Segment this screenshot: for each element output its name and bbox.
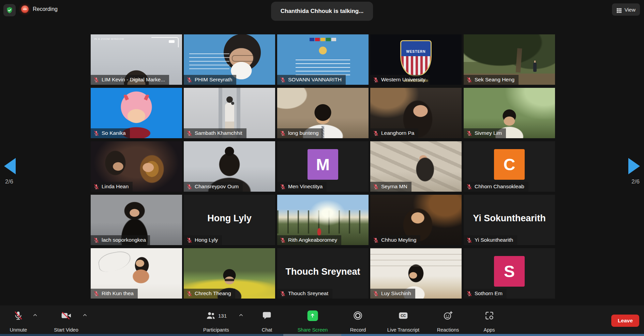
mic-muted-icon (93, 291, 99, 297)
participant-tile[interactable]: Sivmey Lim (464, 88, 555, 138)
participant-name: PHIM Sereyrath (195, 77, 232, 83)
participant-tile[interactable]: SOVANN VANNARITH (277, 34, 369, 85)
unmute-caret-up-icon[interactable] (32, 312, 38, 318)
participant-tile[interactable]: SSothorn Em (464, 248, 555, 299)
mic-muted-icon (373, 237, 379, 243)
mic-muted-icon (373, 130, 379, 136)
unmute-button[interactable]: Unmute (10, 305, 27, 336)
zoom-meeting-window: Recording Chanthida Chhouk is talking...… (0, 0, 644, 336)
active-speaker-banner: Chanthida Chhouk is talking... (271, 2, 373, 21)
participant-tile[interactable]: Sek Seang Heng (464, 34, 555, 85)
participant-tile[interactable]: Leanghorn Pa (370, 88, 462, 138)
participant-name-label: long bunteng (277, 128, 323, 138)
chat-bubble-icon (262, 311, 272, 320)
participant-tile[interactable]: long bunteng (277, 88, 369, 138)
mic-muted-icon (186, 291, 192, 297)
mic-muted-icon (280, 77, 286, 83)
participants-count: 131 (218, 313, 227, 319)
participant-tile[interactable]: MMen Vinectitya (277, 141, 369, 192)
start-video-caret-up-icon[interactable] (82, 312, 88, 318)
mic-muted-icon (13, 310, 24, 321)
participant-tile[interactable]: CChhorn Chansokleab (464, 141, 555, 192)
participant-tile[interactable]: WESTERNWestern University (370, 34, 462, 85)
participant-tile[interactable]: Luy Sivchinh (370, 248, 462, 299)
participant-name-label: Sek Seang Heng (464, 75, 519, 85)
participant-name: Chansreypov Oum (195, 183, 239, 190)
logo-text: WESTERN (406, 50, 426, 53)
start-video-button[interactable]: Start Video (54, 305, 78, 336)
participant-tile[interactable]: IN A ZOOM WINDOWLIM Kevin - Digital Mark… (91, 34, 182, 85)
mic-muted-icon (373, 77, 379, 83)
mic-muted-icon (280, 291, 286, 297)
share-screen-label: Share Screen (298, 327, 328, 333)
mic-muted-icon (186, 77, 192, 83)
participant-tile[interactable]: Chansreypov Oum (184, 141, 275, 192)
participant-tile[interactable]: So Kanika (91, 88, 182, 138)
participant-name-label: Chhuo Meyling (370, 235, 420, 245)
participant-name-label: lach soporkongkea (91, 235, 150, 245)
apps-button[interactable]: Apps (483, 305, 495, 336)
participant-name-label: Chhorn Chansokleab (464, 182, 528, 192)
mic-muted-icon (93, 130, 99, 136)
prev-page-arrow-icon[interactable] (4, 158, 16, 174)
letter-avatar: C (494, 149, 525, 180)
reactions-button[interactable]: Reactions (437, 305, 459, 336)
participant-name: Rith Kun thea (102, 290, 134, 297)
participant-name: Sivmey Lim (475, 130, 502, 136)
mic-muted-icon (186, 130, 192, 136)
participants-caret-up-icon[interactable] (238, 312, 244, 318)
participant-tile[interactable]: Thouch SreyneatThouch Sreyneat (277, 248, 369, 299)
live-transcript-button[interactable]: CCLive Transcript (387, 305, 419, 336)
recording-label: Recording (33, 6, 58, 12)
participant-tile[interactable]: Chhuo Meyling (370, 195, 462, 245)
participant-name: Sek Seang Heng (475, 77, 514, 83)
participant-name: Chhuo Meyling (381, 237, 416, 243)
video-off-icon (61, 310, 72, 321)
mic-muted-icon (466, 130, 472, 136)
security-button[interactable] (3, 4, 16, 16)
participant-name-label: So Kanika (91, 128, 130, 138)
next-page-arrow-icon[interactable] (628, 158, 640, 174)
participant-name-label: Sambath Khamchhit (184, 128, 246, 138)
record-button[interactable]: Record (350, 305, 366, 336)
share-screen-button[interactable]: Share Screen (298, 305, 328, 336)
participants-button[interactable]: 131Participants (203, 305, 229, 336)
share-screen-icon (307, 310, 318, 321)
participant-tile[interactable]: Chrech Theang (184, 248, 275, 299)
leave-button[interactable]: Leave (611, 315, 639, 327)
participant-name-label: Luy Sivchinh (370, 289, 415, 299)
view-button[interactable]: View (612, 3, 640, 16)
participant-name: Sothorn Em (475, 290, 503, 297)
participant-name-label: SOVANN VANNARITH (277, 75, 346, 85)
participant-name: Sambath Khamchhit (195, 130, 242, 136)
recording-dot-icon[interactable] (21, 5, 29, 13)
participant-name-label: Hong Lyly (184, 235, 222, 245)
mic-muted-icon (280, 130, 286, 136)
participant-tile[interactable]: Seyma MN (370, 141, 462, 192)
mic-muted-icon (93, 184, 99, 190)
participant-tile[interactable]: Rith Angkeaboromey (277, 195, 369, 245)
participant-name-label: PHIM Sereyrath (184, 75, 236, 85)
participant-tile[interactable]: Linda Hean (91, 141, 182, 192)
mic-muted-icon (93, 77, 99, 83)
participant-name: Hong Lyly (195, 237, 218, 243)
mic-muted-icon (373, 291, 379, 297)
chat-label: Chat (262, 327, 272, 333)
participant-tile[interactable]: Sambath Khamchhit (184, 88, 275, 138)
chat-button[interactable]: Chat (262, 305, 272, 336)
participant-tile[interactable]: PHIM Sereyrath (184, 34, 275, 85)
mic-muted-icon (466, 77, 472, 83)
participant-tile[interactable]: lach soporkongkea (91, 195, 182, 245)
participant-tile[interactable]: Rith Kun thea (91, 248, 182, 299)
apps-icon (484, 310, 494, 321)
shield-check-icon (6, 6, 13, 14)
meeting-toolbar: Leave UnmuteStart Video131ParticipantsCh… (0, 305, 644, 336)
apps-label: Apps (483, 327, 495, 333)
grid-view-icon (617, 8, 618, 10)
participant-tile[interactable]: Hong LylyHong Lyly (184, 195, 275, 245)
participant-name: Thouch Sreyneat (288, 290, 328, 297)
participant-tile[interactable]: Yi SokunthearithYi Sokunthearith (464, 195, 555, 245)
mic-muted-icon (93, 237, 99, 243)
participant-name: Rith Angkeaboromey (288, 237, 337, 243)
participant-name: lach soporkongkea (102, 237, 146, 243)
